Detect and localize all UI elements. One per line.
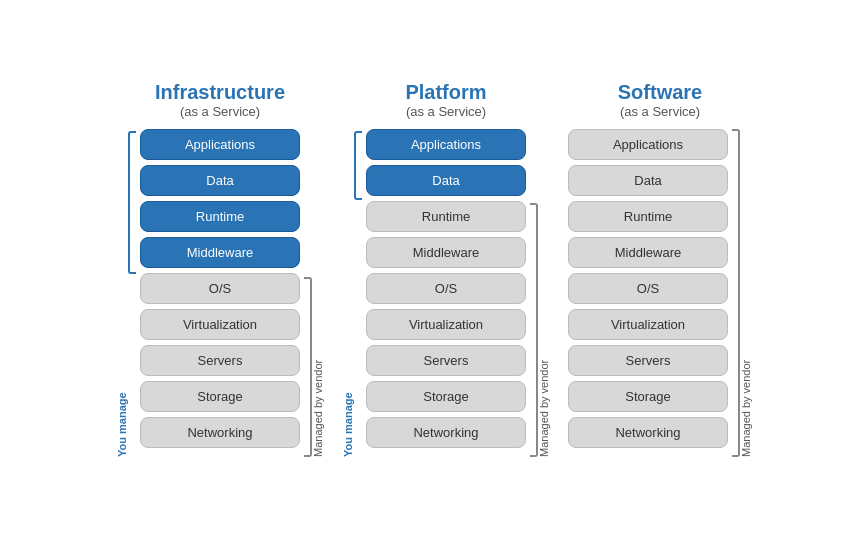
column-body-saas: ApplicationsDataRuntimeMiddlewareO/SVirt…	[568, 129, 752, 457]
item-box-gray-0-3: Storage	[140, 381, 300, 412]
managed-label-paas: You manage	[342, 129, 354, 457]
item-box-gray-0-1: Virtualization	[140, 309, 300, 340]
item-box-gray-0-4: Networking	[140, 417, 300, 448]
vendor-label-paas: Managed by vendor	[538, 203, 550, 457]
main-title-saas: Software	[618, 81, 702, 104]
item-box-blue-0-3: Middleware	[140, 237, 300, 268]
items-col-saas: ApplicationsDataRuntimeMiddlewareO/SVirt…	[568, 129, 728, 457]
right-bracket-wrap-saas: Managed by vendor	[732, 129, 752, 457]
item-box-gray-0-2: Servers	[140, 345, 300, 376]
item-box-gray-1-2: O/S	[366, 273, 526, 304]
vendor-bracket-line-paas	[530, 203, 538, 457]
sub-title-iaas: (as a Service)	[155, 104, 285, 119]
vendor-label-iaas: Managed by vendor	[312, 277, 324, 457]
items-col-iaas: ApplicationsDataRuntimeMiddlewareO/SVirt…	[140, 129, 300, 457]
item-box-blue-0-0: Applications	[140, 129, 300, 160]
right-bracket-wrap-iaas: Managed by vendor	[304, 129, 324, 457]
column-body-paas: You manageApplicationsDataRuntimeMiddlew…	[342, 129, 550, 457]
item-box-gray-1-6: Networking	[366, 417, 526, 448]
diagram: Infrastructure(as a Service)You manageAp…	[86, 61, 782, 477]
item-box-blue-1-0: Applications	[366, 129, 526, 160]
column-title-iaas: Infrastructure(as a Service)	[155, 81, 285, 119]
item-box-gray-1-4: Servers	[366, 345, 526, 376]
managed-bracket-line-iaas	[128, 131, 136, 274]
vendor-bracket-line-iaas	[304, 277, 312, 457]
item-box-gray-2-5: Virtualization	[568, 309, 728, 340]
item-box-gray-2-0: Applications	[568, 129, 728, 160]
sub-title-saas: (as a Service)	[618, 104, 702, 119]
item-box-gray-2-2: Runtime	[568, 201, 728, 232]
item-box-gray-2-8: Networking	[568, 417, 728, 448]
item-box-gray-1-1: Middleware	[366, 237, 526, 268]
item-box-gray-1-0: Runtime	[366, 201, 526, 232]
item-box-gray-0-0: O/S	[140, 273, 300, 304]
column-title-paas: Platform(as a Service)	[405, 81, 486, 119]
column-saas: Software(as a Service)ApplicationsDataRu…	[568, 81, 752, 457]
item-box-gray-2-1: Data	[568, 165, 728, 196]
item-box-blue-1-1: Data	[366, 165, 526, 196]
managed-bracket-line-paas	[354, 131, 362, 200]
item-box-gray-1-3: Virtualization	[366, 309, 526, 340]
column-paas: Platform(as a Service)You manageApplicat…	[342, 81, 550, 457]
item-box-gray-2-7: Storage	[568, 381, 728, 412]
left-bracket-wrap-iaas: You manage	[116, 129, 136, 457]
item-box-blue-0-2: Runtime	[140, 201, 300, 232]
item-box-blue-0-1: Data	[140, 165, 300, 196]
item-box-gray-2-4: O/S	[568, 273, 728, 304]
left-bracket-wrap-paas: You manage	[342, 129, 362, 457]
item-box-gray-1-5: Storage	[366, 381, 526, 412]
managed-label-iaas: You manage	[116, 129, 128, 457]
items-col-paas: ApplicationsDataRuntimeMiddlewareO/SVirt…	[366, 129, 526, 457]
vendor-label-saas: Managed by vendor	[740, 129, 752, 457]
column-title-saas: Software(as a Service)	[618, 81, 702, 119]
sub-title-paas: (as a Service)	[405, 104, 486, 119]
vendor-bracket-line-saas	[732, 129, 740, 457]
main-title-paas: Platform	[405, 81, 486, 104]
right-bracket-wrap-paas: Managed by vendor	[530, 129, 550, 457]
main-title-iaas: Infrastructure	[155, 81, 285, 104]
column-body-iaas: You manageApplicationsDataRuntimeMiddlew…	[116, 129, 324, 457]
item-box-gray-2-6: Servers	[568, 345, 728, 376]
column-iaas: Infrastructure(as a Service)You manageAp…	[116, 81, 324, 457]
item-box-gray-2-3: Middleware	[568, 237, 728, 268]
